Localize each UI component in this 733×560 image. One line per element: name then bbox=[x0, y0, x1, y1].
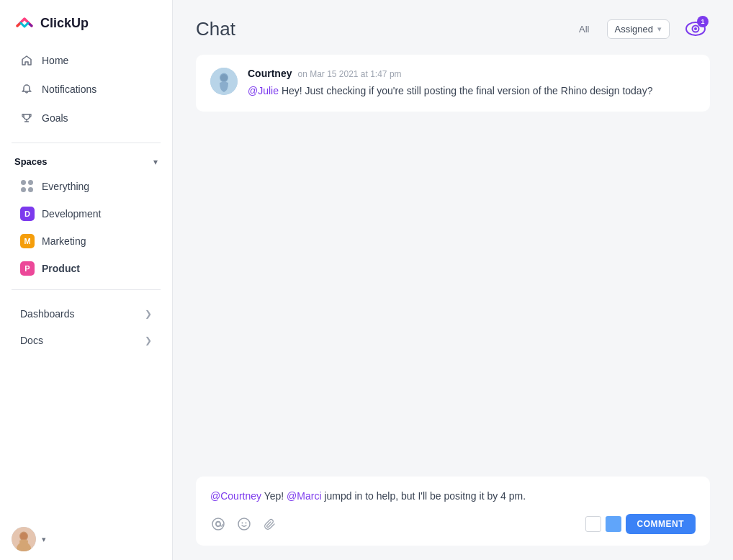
message-item: Courtney on Mar 15 2021 at 1:47 pm @Juli… bbox=[196, 55, 710, 112]
filter-all[interactable]: All bbox=[573, 21, 595, 37]
filter-assigned-dropdown[interactable]: Assigned ▾ bbox=[607, 19, 670, 39]
sidebar-item-dashboards[interactable]: Dashboards ❯ bbox=[6, 301, 166, 327]
sidebar-item-notifications[interactable]: Notifications bbox=[6, 76, 166, 103]
development-icon: D bbox=[20, 207, 35, 221]
reply-toolbar: COMMENT bbox=[210, 514, 696, 534]
chevron-down-icon: ▾ bbox=[153, 157, 158, 167]
comment-button[interactable]: COMMENT bbox=[626, 514, 696, 534]
svg-point-12 bbox=[238, 518, 250, 530]
assigned-label: Assigned bbox=[615, 24, 653, 35]
product-label: Product bbox=[42, 263, 80, 274]
sidebar-bottom: Dashboards ❯ Docs ❯ bbox=[0, 297, 172, 357]
svg-point-9 bbox=[220, 74, 228, 81]
sidebar-item-goals-label: Goals bbox=[42, 112, 68, 124]
product-icon: P bbox=[20, 261, 35, 276]
message-mention[interactable]: @Julie bbox=[248, 85, 279, 96]
message-meta: Courtney on Mar 15 2021 at 1:47 pm bbox=[248, 68, 696, 79]
svg-point-14 bbox=[246, 523, 247, 524]
user-chevron-icon: ▾ bbox=[42, 535, 46, 544]
svg-point-13 bbox=[242, 523, 243, 524]
dashboards-label: Dashboards bbox=[20, 308, 75, 320]
marketing-icon: M bbox=[20, 234, 35, 248]
assigned-chevron-icon: ▾ bbox=[657, 24, 662, 34]
message-body: Courtney on Mar 15 2021 at 1:47 pm @Juli… bbox=[248, 68, 696, 99]
format-square-1[interactable] bbox=[585, 516, 601, 532]
mention-tool-icon[interactable] bbox=[210, 516, 226, 532]
user-profile[interactable]: ▾ bbox=[0, 518, 172, 560]
marketing-label: Marketing bbox=[42, 235, 86, 247]
svg-point-3 bbox=[20, 533, 27, 540]
docs-chevron-icon: ❯ bbox=[145, 335, 152, 346]
logo[interactable]: ClickUp bbox=[0, 0, 172, 43]
emoji-tool-icon[interactable] bbox=[236, 516, 252, 532]
reply-mention2[interactable]: @Marci bbox=[287, 490, 321, 502]
app-name: ClickUp bbox=[40, 16, 89, 31]
format-square-2[interactable] bbox=[606, 516, 621, 532]
home-icon bbox=[20, 54, 33, 67]
watch-badge-count: 1 bbox=[697, 16, 709, 27]
message-author: Courtney bbox=[248, 68, 292, 79]
reply-mention1[interactable]: @Courtney bbox=[210, 490, 261, 502]
sidebar-item-development[interactable]: D Development bbox=[6, 201, 166, 227]
chat-header: Chat All Assigned ▾ 1 bbox=[173, 0, 733, 55]
docs-label: Docs bbox=[20, 335, 43, 346]
sidebar-divider-1 bbox=[12, 143, 161, 143]
main-content: Chat All Assigned ▾ 1 bbox=[173, 0, 733, 560]
reply-tools bbox=[210, 516, 278, 532]
bell-icon bbox=[20, 83, 33, 96]
reply-text1: Yep! bbox=[261, 490, 287, 502]
spaces-label: Spaces bbox=[14, 156, 48, 167]
sidebar-item-notifications-label: Notifications bbox=[42, 83, 96, 95]
message-text: @Julie Hey! Just checking if you're stil… bbox=[248, 83, 696, 99]
trophy-icon bbox=[20, 112, 33, 125]
sidebar-item-home-label: Home bbox=[42, 55, 68, 66]
sidebar-item-home[interactable]: Home bbox=[6, 47, 166, 74]
page-title: Chat bbox=[196, 18, 562, 40]
reply-box: @Courtney Yep! @Marci jumpd in to help, … bbox=[196, 477, 710, 546]
avatar bbox=[12, 527, 36, 551]
everything-label: Everything bbox=[42, 181, 89, 192]
sidebar-item-docs[interactable]: Docs ❯ bbox=[6, 328, 166, 353]
message-body-text: Hey! Just checking if you're still posti… bbox=[279, 85, 652, 96]
reply-text[interactable]: @Courtney Yep! @Marci jumpd in to help, … bbox=[210, 488, 696, 504]
sidebar: ClickUp Home Notifications bbox=[0, 0, 173, 560]
sidebar-item-goals[interactable]: Goals bbox=[6, 104, 166, 132]
sidebar-item-product[interactable]: P Product bbox=[6, 256, 166, 281]
sidebar-divider-2 bbox=[12, 289, 161, 290]
message-time: on Mar 15 2021 at 1:47 pm bbox=[297, 69, 401, 79]
sidebar-item-marketing[interactable]: M Marketing bbox=[6, 228, 166, 254]
development-label: Development bbox=[42, 208, 102, 220]
svg-point-6 bbox=[694, 27, 697, 30]
sidebar-item-everything[interactable]: Everything bbox=[6, 173, 166, 199]
everything-icon bbox=[20, 179, 35, 194]
chat-messages: Courtney on Mar 15 2021 at 1:47 pm @Juli… bbox=[173, 55, 733, 477]
message-avatar bbox=[210, 68, 238, 95]
attachment-tool-icon[interactable] bbox=[262, 516, 278, 532]
watch-button[interactable]: 1 bbox=[681, 14, 710, 43]
reply-actions: COMMENT bbox=[585, 514, 696, 534]
reply-text2: jumpd in to help, but I'll be positng it… bbox=[322, 490, 526, 502]
spaces-header[interactable]: Spaces ▾ bbox=[0, 150, 172, 173]
clickup-logo-icon bbox=[14, 13, 35, 33]
sidebar-nav: Home Notifications Goals bbox=[0, 43, 172, 135]
dashboards-chevron-icon: ❯ bbox=[145, 309, 152, 319]
